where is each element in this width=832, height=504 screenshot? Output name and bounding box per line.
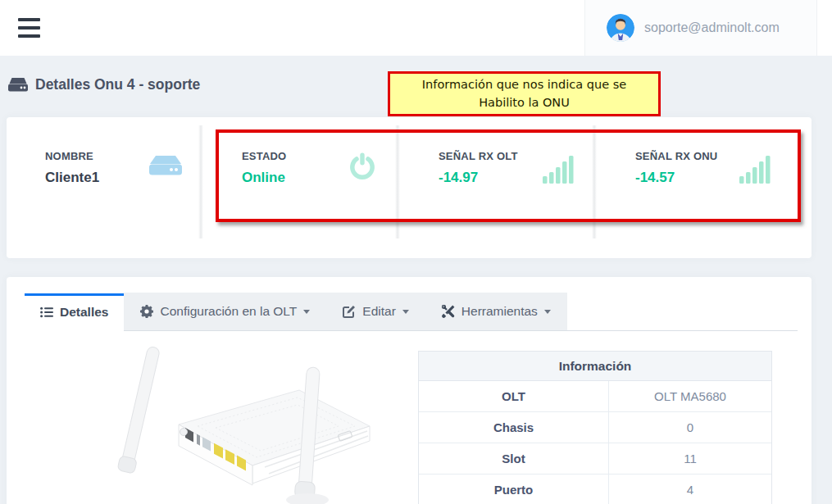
tab-editar[interactable]: Editar xyxy=(326,293,425,330)
tab-group: Configuración en la OLT Editar xyxy=(124,293,566,330)
nombre-value: Cliente1 xyxy=(45,170,99,186)
onu-router-icon xyxy=(8,78,28,93)
status-section-nombre: NOMBRE Cliente1 xyxy=(7,117,203,258)
row-value: 11 xyxy=(609,443,771,474)
annotation-note-line1: Información que nos indica que se xyxy=(422,76,626,94)
user-email: soporte@adminolt.com xyxy=(644,20,780,35)
user-menu[interactable]: soporte@adminolt.com xyxy=(584,0,817,56)
gear-icon xyxy=(140,305,153,318)
menu-hamburger-icon[interactable] xyxy=(18,18,40,38)
table-row-puerto: Puerto 4 xyxy=(419,474,771,504)
tabs-bar: Detalles Configuración en la OLT xyxy=(25,293,798,331)
edit-icon xyxy=(343,305,356,318)
onu-product-image xyxy=(93,344,375,504)
table-row-olt: OLT OLT MA5680 xyxy=(419,381,771,412)
tab-detalles-label: Detalles xyxy=(60,305,108,320)
info-table: Información OLT OLT MA5680 Chasis 0 Slot… xyxy=(418,351,772,504)
row-label: Puerto xyxy=(419,474,609,504)
row-value: OLT MA5680 xyxy=(609,381,771,411)
table-row-chasis: Chasis 0 xyxy=(419,412,771,443)
tab-configuracion-olt-label: Configuración en la OLT xyxy=(160,304,297,319)
list-icon xyxy=(40,306,53,318)
nombre-label: NOMBRE xyxy=(45,150,99,162)
info-table-header: Información xyxy=(419,352,771,381)
row-value: 0 xyxy=(609,412,771,443)
table-row-slot: Slot 11 xyxy=(419,443,771,474)
tab-editar-label: Editar xyxy=(362,304,396,319)
row-label: OLT xyxy=(419,381,609,411)
chevron-down-icon xyxy=(544,310,551,314)
tab-herramientas[interactable]: Herramientas xyxy=(425,293,567,330)
page-title: Detalles Onu 4 - soporte xyxy=(35,76,200,93)
chevron-down-icon xyxy=(303,310,310,314)
row-value: 4 xyxy=(609,474,771,504)
tools-icon xyxy=(442,305,455,318)
annotation-note: Información que nos indica que se Habili… xyxy=(388,71,661,116)
router-device-icon xyxy=(149,152,182,184)
row-label: Chasis xyxy=(419,412,609,443)
page-title-row: Detalles Onu 4 - soporte xyxy=(8,76,200,93)
details-card: Detalles Configuración en la OLT xyxy=(7,277,812,504)
user-avatar-icon xyxy=(607,14,634,42)
tab-herramientas-label: Herramientas xyxy=(461,304,538,319)
row-label: Slot xyxy=(419,443,609,474)
tab-configuracion-olt[interactable]: Configuración en la OLT xyxy=(124,293,326,330)
top-navbar: soporte@adminolt.com xyxy=(0,0,832,56)
annotation-note-line2: Habilito la ONU xyxy=(479,94,570,112)
annotation-highlight-rectangle xyxy=(216,129,801,222)
chevron-down-icon xyxy=(402,310,409,314)
tab-detalles[interactable]: Detalles xyxy=(25,293,124,331)
